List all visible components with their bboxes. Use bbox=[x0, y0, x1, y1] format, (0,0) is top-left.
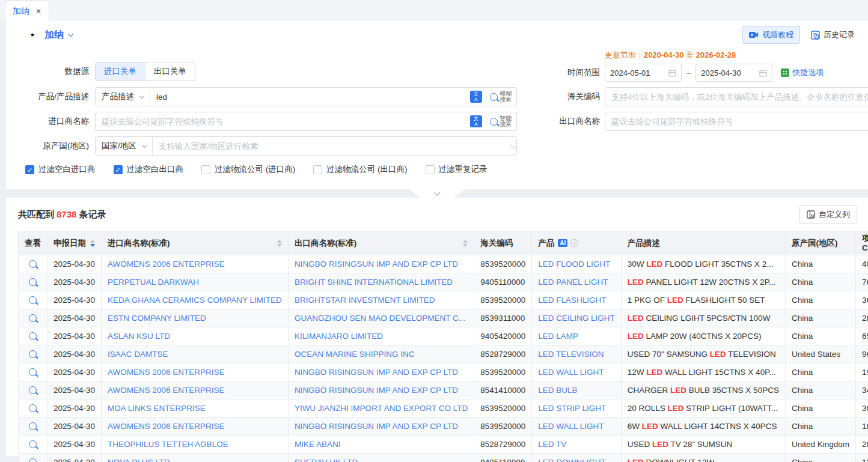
checkbox-icon[interactable]: ✓ bbox=[114, 165, 123, 174]
importer-link[interactable]: AWOMENS 2006 ENTERPRISE bbox=[102, 363, 289, 381]
video-tutorial-button[interactable]: 视频教程 bbox=[742, 26, 800, 44]
origin-field-select[interactable]: 国家/地区 bbox=[96, 137, 153, 155]
date-to-input[interactable]: 2025-04-30 bbox=[695, 64, 772, 82]
view-cell[interactable] bbox=[19, 327, 47, 345]
fuzzy-search-toggle[interactable]: 模糊 搜索 bbox=[490, 91, 512, 103]
checkbox-icon[interactable] bbox=[313, 165, 322, 174]
view-record-icon[interactable] bbox=[29, 368, 37, 376]
exporter-link[interactable]: SHERAV HK LTD bbox=[288, 454, 474, 462]
view-record-icon[interactable] bbox=[29, 260, 37, 268]
exporter-link[interactable]: MIKE ABANI bbox=[288, 436, 474, 454]
info-icon[interactable]: i bbox=[570, 239, 578, 247]
product-field-select[interactable]: 产品描述 bbox=[96, 88, 150, 106]
product-link[interactable]: LED STRIP LIGHT bbox=[532, 400, 622, 418]
view-cell[interactable] bbox=[19, 255, 47, 273]
view-cell[interactable] bbox=[19, 418, 47, 436]
filter-checkbox[interactable]: ✓ 过滤空白出口商 bbox=[114, 164, 184, 175]
view-cell[interactable] bbox=[19, 381, 47, 400]
product-link[interactable]: LED FLASHLIGHT bbox=[532, 291, 622, 309]
filter-checkbox[interactable]: 过滤物流公司 (出口商) bbox=[313, 164, 407, 175]
importer-link[interactable]: AWOMENS 2006 ENTERPRISE bbox=[102, 418, 289, 436]
view-cell[interactable] bbox=[19, 309, 47, 327]
product-link[interactable]: LED PANEL LIGHT bbox=[532, 273, 622, 291]
exporter-link[interactable]: NINGBO RISINGSUN IMP AND EXP CP LTD bbox=[288, 381, 474, 400]
product-link[interactable]: LED WALL LIGHT bbox=[532, 363, 622, 381]
export-records-option[interactable]: 出口关单 bbox=[145, 62, 195, 81]
sort-icon[interactable] bbox=[87, 240, 95, 247]
checkbox-icon[interactable] bbox=[201, 165, 210, 174]
importer-link[interactable]: AWOMENS 2006 ENTERPRISE bbox=[102, 381, 289, 400]
filter-checkbox[interactable]: ✓ 过滤空白进口商 bbox=[25, 164, 96, 175]
country-selector[interactable]: 加纳 bbox=[44, 29, 64, 41]
view-cell[interactable] bbox=[19, 345, 47, 363]
view-record-icon[interactable] bbox=[29, 422, 37, 430]
product-link[interactable]: LED FLOOD LIGHT bbox=[532, 255, 622, 273]
product-link[interactable]: LED CEILING LIGHT bbox=[532, 309, 622, 327]
view-record-icon[interactable] bbox=[29, 458, 37, 462]
exporter-link[interactable]: NINGBO RISINGSUN IMP AND EXP CP LTD bbox=[288, 363, 474, 381]
product-link[interactable]: LED BULB bbox=[532, 381, 622, 400]
view-record-icon[interactable] bbox=[29, 314, 37, 322]
tab-ghana[interactable]: 加纳 ✕ bbox=[5, 1, 49, 21]
importer-link[interactable]: ESTN COMPANY LIMITED bbox=[102, 309, 289, 327]
view-record-icon[interactable] bbox=[29, 386, 37, 394]
col-importer[interactable]: 进口商名称(标准) bbox=[102, 231, 289, 255]
history-button[interactable]: 历史记录 bbox=[811, 29, 855, 40]
exporter-link[interactable]: BRIGHT SHINE INTERNATIONAL LIMITED bbox=[288, 273, 474, 291]
importer-link[interactable]: KEDA GHANA CERAMICS COMPANY LIMITED bbox=[102, 291, 289, 309]
filter-checkbox[interactable]: 过滤重复记录 bbox=[426, 164, 487, 175]
import-records-option[interactable]: 进口关单 bbox=[96, 62, 145, 81]
exporter-link[interactable]: BRIGHTSTAR INVESTMENT LIMITED bbox=[288, 291, 474, 309]
product-search-input[interactable] bbox=[150, 88, 465, 106]
view-cell[interactable] bbox=[19, 363, 47, 381]
view-record-icon[interactable] bbox=[29, 440, 37, 448]
view-record-icon[interactable] bbox=[29, 404, 37, 412]
hs-code-input[interactable] bbox=[605, 88, 868, 106]
view-cell[interactable] bbox=[19, 400, 47, 418]
exporter-link[interactable]: YIWU JIANZHI IMPORT AND EXPORT CO LTD bbox=[288, 400, 474, 418]
customize-columns-button[interactable]: 自定义列 bbox=[799, 205, 857, 223]
importer-link[interactable]: AWOMENS 2006 ENTERPRISE bbox=[102, 255, 289, 273]
translate-icon[interactable]: 文A bbox=[470, 115, 482, 127]
view-cell[interactable] bbox=[19, 291, 47, 309]
col-item-cif[interactable]: 项号CIF... bbox=[855, 231, 868, 255]
quick-options-link[interactable]: 快捷选项 bbox=[781, 67, 824, 78]
importer-link[interactable]: THEOPHILUS TETTEH AGBLOE bbox=[102, 436, 289, 454]
view-record-icon[interactable] bbox=[29, 332, 37, 340]
col-date[interactable]: 申报日期 bbox=[47, 231, 102, 255]
sort-icon[interactable] bbox=[274, 240, 282, 247]
tab-close-icon[interactable]: ✕ bbox=[35, 7, 41, 16]
col-exporter[interactable]: 出口商名称(标准) bbox=[288, 231, 474, 255]
collapse-panel-button[interactable] bbox=[408, 189, 466, 198]
exporter-link[interactable]: OCEAN MARINE SHIPPING INC bbox=[288, 345, 474, 363]
sort-icon[interactable] bbox=[459, 240, 468, 247]
exporter-input[interactable] bbox=[605, 112, 868, 130]
product-link[interactable]: LED LAMP bbox=[532, 327, 622, 345]
view-record-icon[interactable] bbox=[29, 296, 37, 304]
checkbox-icon[interactable] bbox=[426, 165, 435, 174]
product-link[interactable]: LED TV bbox=[532, 436, 622, 454]
smart-search-toggle[interactable]: 智能 搜索 bbox=[490, 115, 512, 127]
view-cell[interactable] bbox=[19, 273, 47, 291]
exporter-link[interactable]: KILIMANJARO LIMITED bbox=[288, 327, 474, 345]
importer-input[interactable] bbox=[96, 112, 465, 130]
filter-checkbox[interactable]: 过滤物流公司 (进口商) bbox=[201, 164, 295, 175]
view-cell[interactable] bbox=[19, 436, 47, 454]
chevron-down-icon[interactable] bbox=[68, 31, 74, 37]
product-link[interactable]: LED WALL LIGHT bbox=[532, 418, 622, 436]
importer-link[interactable]: PERPETUAL DARKWAH bbox=[102, 273, 289, 291]
importer-link[interactable]: MOA LINKS ENTERPRISE bbox=[102, 400, 289, 418]
date-from-input[interactable]: 2024-05-01 bbox=[605, 64, 682, 82]
translate-icon[interactable]: 文A bbox=[470, 91, 482, 103]
importer-link[interactable]: ISAAC DAMTSE bbox=[102, 345, 289, 363]
importer-link[interactable]: ASLAN KSU LTD bbox=[102, 327, 289, 345]
view-record-icon[interactable] bbox=[29, 278, 37, 286]
checkbox-icon[interactable]: ✓ bbox=[25, 165, 34, 174]
product-link[interactable]: LED DOWNLIGHT bbox=[532, 454, 622, 462]
exporter-link[interactable]: GUANGZHOU SEN MAO DEVELOPMENT C... bbox=[288, 309, 474, 327]
exporter-link[interactable]: NINGBO RISINGSUN IMP AND EXP CP LTD bbox=[288, 255, 474, 273]
exporter-link[interactable]: NINGBO RISINGSUN IMP AND EXP CP LTD bbox=[288, 418, 474, 436]
view-record-icon[interactable] bbox=[29, 350, 37, 358]
product-link[interactable]: LED TELEVISION bbox=[532, 345, 622, 363]
origin-country-input[interactable] bbox=[153, 137, 510, 155]
